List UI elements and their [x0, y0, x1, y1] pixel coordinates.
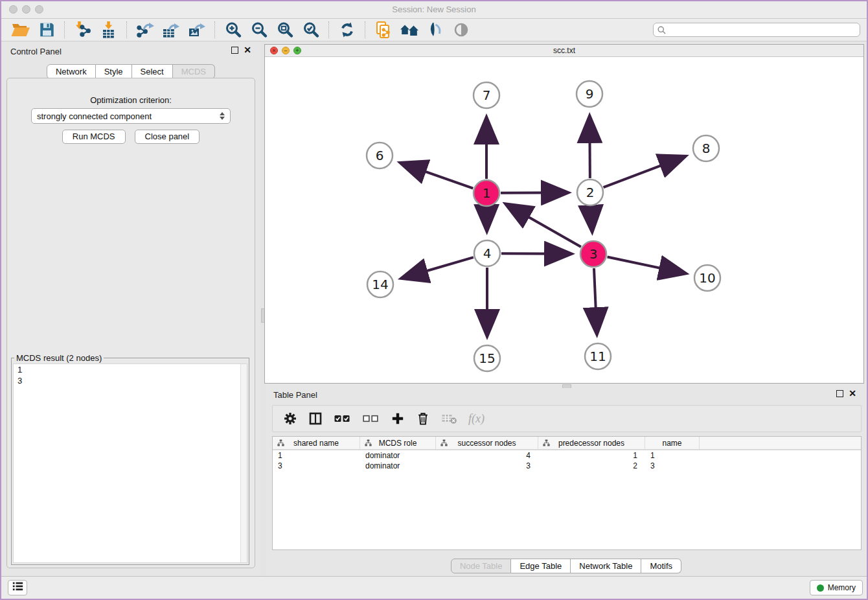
import-table-button[interactable] [96, 20, 122, 40]
graph-node-11[interactable]: 11 [585, 343, 611, 369]
tab-network[interactable]: Network [47, 64, 96, 79]
cell-name[interactable]: 3 [645, 461, 700, 471]
zoom-in-icon [224, 21, 243, 39]
refresh-network-button[interactable] [334, 20, 360, 40]
table-settings-button[interactable] [283, 411, 297, 426]
export-image-button[interactable] [184, 20, 210, 40]
graph-node-15[interactable]: 15 [474, 345, 500, 371]
zoom-fit-icon [276, 21, 295, 39]
close-panel-icon[interactable]: ✕ [244, 46, 251, 54]
application-window: Session: New Session Control Panel ✕ Net… [0, 0, 868, 600]
export-network-button[interactable] [132, 20, 158, 40]
duplicate-network-button[interactable] [371, 20, 396, 40]
graph-edge-3-10[interactable] [608, 257, 686, 273]
close-panel-icon[interactable]: ✕ [849, 389, 856, 397]
graph-node-7[interactable]: 7 [474, 82, 499, 108]
cell-successor-nodes[interactable]: 4 [436, 450, 538, 461]
svg-text:2: 2 [586, 185, 595, 200]
select-all-columns-icon [334, 413, 351, 424]
graph-edge-1-2[interactable] [501, 192, 568, 193]
export-table-button[interactable] [158, 20, 184, 40]
tab-motifs[interactable]: Motifs [641, 559, 681, 573]
graph-edge-2-9[interactable] [589, 116, 590, 178]
cell-predecessor-nodes[interactable]: 1 [538, 450, 645, 461]
optimization-dropdown[interactable]: strongly connected component [31, 108, 231, 124]
float-panel-icon[interactable] [836, 390, 843, 397]
mcds-panel: Optimization criterion: strongly connect… [6, 78, 255, 568]
zoom-in-button[interactable] [220, 20, 246, 40]
task-history-button[interactable] [8, 580, 27, 595]
column-header-successor-nodes[interactable]: successor nodes [436, 437, 538, 449]
cell-shared-name[interactable]: 3 [273, 461, 360, 471]
attribute-tree-icon [277, 439, 284, 448]
function-builder-button: f(x) [468, 411, 485, 426]
graph-node-2[interactable]: 2 [577, 179, 603, 205]
graph-node-4[interactable]: 4 [474, 240, 500, 266]
tab-edge-table[interactable]: Edge Table [511, 559, 571, 573]
table-row[interactable]: 3dominator323 [273, 461, 861, 471]
tab-network-table[interactable]: Network Table [571, 559, 641, 573]
graph-node-14[interactable]: 14 [367, 271, 393, 297]
memory-button[interactable]: Memory [810, 580, 863, 595]
horizontal-splitter[interactable] [266, 384, 867, 388]
tab-style[interactable]: Style [96, 64, 132, 79]
table-toolbar: f(x) [272, 405, 862, 432]
cell-name[interactable]: 1 [645, 450, 700, 461]
cell-MCDS-role[interactable]: dominator [360, 461, 436, 471]
cell-shared-name[interactable]: 1 [273, 450, 360, 461]
cell-successor-nodes[interactable]: 3 [436, 461, 538, 471]
close-panel-button[interactable]: Close panel [135, 130, 200, 144]
select-all-columns-button[interactable] [334, 411, 351, 426]
cell-predecessor-nodes[interactable]: 2 [538, 461, 645, 471]
graph-edge-2-3[interactable] [591, 207, 592, 232]
graph-node-9[interactable]: 9 [577, 81, 602, 107]
add-row-button[interactable] [391, 411, 405, 426]
add-row-icon [391, 412, 404, 425]
column-header-predecessor-nodes[interactable]: predecessor nodes [538, 437, 645, 449]
mcds-result-title: MCDS result (2 nodes) [14, 353, 104, 363]
tab-mcds[interactable]: MCDS [173, 64, 215, 79]
toolbar-separator [64, 21, 65, 38]
zoom-out-button[interactable] [246, 20, 272, 40]
svg-text:1: 1 [483, 185, 491, 201]
graph-node-10[interactable]: 10 [694, 265, 720, 291]
network-canvas[interactable]: 1234678910111415 [265, 56, 863, 383]
attribute-tree-icon [365, 439, 372, 448]
float-panel-icon[interactable] [231, 47, 238, 54]
graph-edge-4-3[interactable] [501, 253, 571, 254]
delete-row-icon [417, 411, 429, 426]
search-input[interactable] [653, 23, 860, 37]
graph-node-1[interactable]: 1 [474, 180, 499, 206]
graph-edge-1-6[interactable] [400, 163, 473, 188]
graph-node-3[interactable]: 3 [580, 241, 606, 267]
optimization-criterion-label: Optimization criterion: [7, 95, 255, 105]
tab-node-table[interactable]: Node Table [451, 559, 512, 573]
run-mcds-button[interactable]: Run MCDS [62, 130, 126, 144]
save-session-button[interactable] [34, 20, 60, 40]
graph-edge-4-14[interactable] [402, 257, 474, 278]
network-window-title: scc.txt [265, 45, 863, 56]
show-columns-button[interactable] [308, 411, 323, 426]
cell-MCDS-role[interactable]: dominator [360, 450, 436, 461]
mcds-result-textarea[interactable]: 13 [13, 363, 247, 563]
column-header-MCDS-role[interactable]: MCDS role [360, 437, 436, 449]
delete-row-button[interactable] [416, 411, 430, 426]
column-header-name[interactable]: name [645, 437, 700, 449]
graph-edge-2-8[interactable] [604, 156, 686, 187]
zoom-fit-button[interactable] [272, 20, 298, 40]
import-network-button[interactable] [70, 20, 96, 40]
result-scrollbar[interactable] [240, 364, 247, 562]
show-graphics-details-button[interactable] [422, 20, 448, 40]
column-header-shared-name[interactable]: shared name [273, 437, 360, 449]
table-row[interactable]: 1dominator411 [273, 450, 861, 461]
zoom-selected-button[interactable] [298, 20, 324, 40]
open-session-button[interactable] [8, 20, 34, 40]
deselect-all-columns-button[interactable] [362, 411, 380, 426]
svg-text:9: 9 [586, 86, 594, 102]
graph-node-6[interactable]: 6 [367, 143, 393, 168]
tab-select[interactable]: Select [132, 64, 173, 79]
first-neighbors-button[interactable] [396, 20, 422, 40]
graph-edge-3-11[interactable] [594, 268, 597, 334]
graph-edge-3-1[interactable] [506, 204, 581, 247]
graph-node-8[interactable]: 8 [693, 135, 719, 161]
